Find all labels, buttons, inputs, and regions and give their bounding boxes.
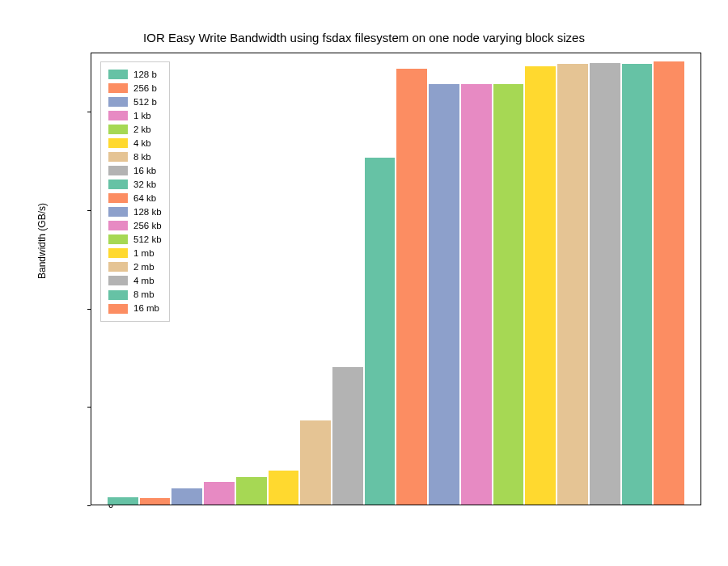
legend-item: 32 kb [108,179,162,192]
legend-item: 1 mb [108,247,162,260]
plot-area [91,53,701,505]
legend-item: 256 b [108,82,162,95]
bar [396,69,427,505]
bar [654,61,684,505]
legend-item: 8 mb [108,289,162,302]
legend-swatch [108,70,128,79]
legend-swatch [108,152,128,162]
legend-label: 256 b [133,82,157,95]
legend-label: 8 mb [133,289,154,302]
legend: 128 b256 b512 b1 kb2 kb4 kb8 kb16 kb32 k… [100,61,170,322]
legend-label: 16 kb [133,165,156,178]
bar [590,63,620,505]
bar [525,66,556,505]
legend-label: 1 kb [133,110,151,123]
legend-item: 128 b [108,69,162,82]
legend-item: 4 mb [108,275,162,288]
legend-swatch [108,138,128,148]
legend-item: 64 kb [108,192,162,205]
legend-label: 2 kb [133,124,151,137]
legend-swatch [108,207,128,217]
y-tick-mark [87,505,91,506]
bar [236,477,267,505]
legend-swatch [108,221,128,230]
bar [461,84,492,505]
legend-item: 4 kb [108,137,162,150]
bar [332,367,363,505]
legend-label: 512 b [133,96,157,109]
bar [108,497,138,505]
bar [269,471,299,505]
legend-label: 32 kb [133,179,156,192]
legend-item: 16 mb [108,302,162,315]
legend-swatch [108,180,128,189]
legend-label: 64 kb [133,192,156,205]
legend-item: 512 kb [108,234,162,247]
bar [429,84,459,505]
legend-swatch [108,276,128,285]
legend-swatch [108,166,128,175]
legend-swatch [108,125,128,134]
legend-item: 2 kb [108,124,162,137]
legend-label: 128 b [133,69,157,82]
legend-swatch [108,193,128,203]
bars-container [91,53,700,505]
bar [493,84,524,505]
legend-swatch [108,234,128,244]
legend-swatch [108,83,128,93]
legend-item: 128 kb [108,206,162,219]
legend-swatch [108,262,128,272]
legend-label: 128 kb [133,206,162,219]
legend-swatch [108,248,128,258]
legend-item: 8 kb [108,151,162,164]
legend-item: 512 b [108,96,162,109]
legend-label: 4 mb [133,275,154,288]
legend-label: 8 kb [133,151,151,164]
legend-item: 1 kb [108,110,162,123]
legend-label: 2 mb [133,261,154,274]
legend-item: 16 kb [108,165,162,178]
legend-label: 4 kb [133,137,151,150]
bar [365,158,396,505]
legend-label: 512 kb [133,234,162,247]
bar [140,498,171,505]
legend-swatch [108,304,128,314]
legend-swatch [108,290,128,300]
legend-swatch [108,97,128,107]
legend-item: 256 kb [108,220,162,233]
legend-label: 256 kb [133,220,162,233]
bar [557,64,588,505]
bar [204,482,235,505]
legend-item: 2 mb [108,261,162,274]
bar [300,420,331,505]
chart-title: IOR Easy Write Bandwidth using fsdax fil… [0,31,728,44]
legend-label: 1 mb [133,247,154,260]
legend-swatch [108,111,128,120]
y-axis-label: Bandwidth (GB/s) [36,203,48,279]
legend-label: 16 mb [133,302,159,315]
bar [622,64,653,505]
bar [171,488,202,505]
